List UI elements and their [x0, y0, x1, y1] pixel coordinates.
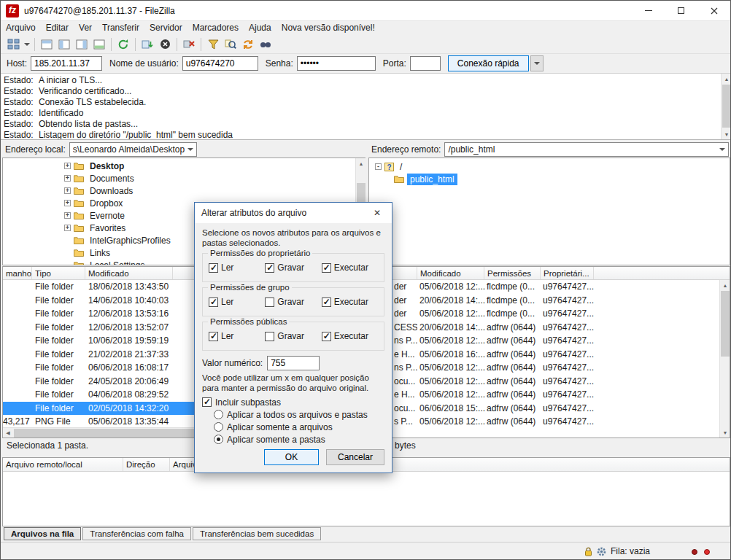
public-read-option[interactable]: Ler — [209, 331, 265, 341]
tree-expander-icon[interactable]: - — [375, 163, 382, 170]
owner-execute-option[interactable]: Executar — [322, 262, 378, 273]
checkbox-icon[interactable] — [209, 332, 218, 341]
file-row[interactable]: ocu... 05/06/2018 12:... adfrw (0644) u9… — [369, 375, 719, 389]
tree-item[interactable]: + Documents — [64, 172, 365, 184]
file-row[interactable]: ns P... 05/06/2018 12:... adfrw (0644) u… — [369, 361, 719, 375]
tree-expander-icon[interactable]: + — [64, 212, 71, 219]
apply-option[interactable]: Aplicar somente a arquivos — [214, 421, 384, 432]
radio-icon[interactable] — [214, 435, 223, 444]
tree-item[interactable]: + Downloads — [64, 184, 365, 197]
queue-tab[interactable]: Transferências bem sucedidas — [193, 527, 321, 540]
public-write-option[interactable]: Gravar — [265, 331, 321, 341]
log-scrollbar[interactable]: ▲ ▼ — [721, 74, 731, 139]
scroll-up-icon[interactable]: ▲ — [356, 158, 366, 168]
close-button[interactable] — [697, 1, 730, 21]
disconnect-button[interactable] — [180, 36, 198, 52]
file-row[interactable]: e H... 05/06/2018 12:... adfrw (0644) u9… — [369, 388, 719, 402]
checkbox-icon[interactable] — [209, 298, 218, 307]
queue-tab[interactable]: Arquivos na fila — [4, 527, 81, 540]
radio-icon[interactable] — [214, 422, 223, 432]
checkbox-icon[interactable] — [265, 332, 274, 341]
tree-expander-icon[interactable]: + — [64, 200, 71, 206]
checkbox-icon[interactable] — [322, 298, 331, 307]
site-manager-dropdown[interactable] — [22, 36, 31, 52]
file-row[interactable]: der 20/06/2018 14:... flcdmpe (0... u976… — [369, 294, 719, 308]
menu-item[interactable]: Ajuda — [244, 21, 276, 35]
column-modified[interactable]: Modificado — [85, 267, 173, 279]
column-size[interactable]: manho — [3, 267, 32, 279]
file-row[interactable]: der 05/06/2018 12:... flcdmpe (0... u976… — [369, 307, 719, 321]
tree-item[interactable]: + Desktop — [64, 160, 365, 172]
dialog-close-button[interactable]: ✕ — [363, 203, 392, 223]
menu-item[interactable]: Arquivo — [1, 21, 41, 35]
apply-option[interactable]: Aplicar somente a pastas — [214, 434, 384, 445]
minimize-button[interactable] — [632, 1, 665, 21]
tls-lock-icon[interactable] — [584, 547, 592, 556]
menu-item[interactable]: Editar — [41, 21, 74, 35]
local-address-combobox[interactable]: s\Leonardo Almeida\Desktop\ — [69, 142, 197, 157]
owner-write-option[interactable]: Gravar — [265, 262, 321, 273]
tree-expander-icon[interactable]: + — [64, 225, 71, 231]
site-manager-button[interactable] — [4, 36, 22, 52]
checkbox-icon[interactable] — [202, 397, 212, 407]
quickconnect-dropdown[interactable] — [530, 55, 544, 71]
process-queue-button[interactable] — [139, 36, 156, 52]
column-local-file[interactable]: Arquivo remoto/local — [3, 458, 123, 471]
scroll-left-icon[interactable]: ◀ — [3, 428, 13, 438]
scroll-down-icon[interactable]: ▼ — [722, 129, 731, 139]
menu-item[interactable]: Marcadores — [187, 21, 244, 35]
column-modified[interactable]: Modificado — [417, 267, 484, 279]
group-write-option[interactable]: Gravar — [265, 297, 321, 307]
chevron-down-icon[interactable] — [185, 148, 196, 151]
toggle-queue-button[interactable] — [90, 36, 108, 52]
tree-item[interactable]: public_html — [375, 173, 730, 185]
menu-item[interactable]: Servidor — [144, 21, 187, 35]
tree-expander-icon[interactable]: + — [64, 163, 71, 169]
host-input[interactable] — [31, 56, 102, 71]
apply-option[interactable]: Aplicar a todos os arquivos e pastas — [214, 409, 384, 420]
tree-expander-icon[interactable]: + — [64, 187, 71, 194]
refresh-button[interactable] — [115, 36, 132, 52]
column-type[interactable]: Tipo — [32, 267, 85, 279]
remote-list-scrollbar[interactable]: ▲ ▼ — [719, 280, 730, 438]
port-input[interactable] — [410, 56, 441, 71]
checkbox-icon[interactable] — [265, 298, 274, 307]
column-permissions[interactable]: Permissões — [484, 267, 541, 279]
password-input[interactable] — [297, 56, 376, 71]
radio-icon[interactable] — [214, 410, 223, 419]
file-row[interactable]: der 05/06/2018 12:... flcdmpe (0... u976… — [369, 280, 719, 294]
quickconnect-button[interactable]: Conexão rápida — [448, 55, 529, 71]
menu-item[interactable]: Ver — [74, 21, 97, 35]
checkbox-icon[interactable] — [322, 332, 331, 341]
checkbox-icon[interactable] — [265, 263, 274, 273]
file-row[interactable]: CESS... 20/06/2018 14:... adfrw (0644) u… — [369, 321, 719, 335]
remote-address-combobox[interactable]: /public_html — [444, 142, 729, 157]
settings-gear-icon[interactable] — [597, 547, 606, 556]
menu-item[interactable]: Nova versão disponível! — [276, 21, 380, 35]
group-read-option[interactable]: Ler — [209, 297, 265, 307]
public-execute-option[interactable]: Executar — [322, 331, 378, 341]
toggle-message-log-button[interactable] — [38, 36, 55, 52]
column-owner[interactable]: Proprietári... — [541, 267, 594, 279]
file-row[interactable]: s P... 05/06/2018 12:... adfrw (0644) u9… — [369, 415, 719, 429]
include-subfolders-option[interactable]: Incluir subpastas — [202, 397, 384, 408]
column-direction[interactable]: Direção — [123, 458, 170, 471]
owner-read-option[interactable]: Ler — [209, 262, 265, 273]
find-files-button[interactable] — [257, 36, 274, 52]
menu-item[interactable]: Transferir — [97, 21, 144, 35]
tree-expander-icon[interactable]: + — [64, 175, 71, 182]
username-input[interactable] — [182, 56, 258, 71]
file-row[interactable]: ocu... 06/06/2018 15:... adfrw (0644) u9… — [369, 402, 719, 416]
group-execute-option[interactable]: Executar — [322, 297, 378, 307]
numeric-value-input[interactable] — [267, 356, 320, 370]
file-row[interactable]: e H... 05/06/2018 16:... adfrw (0644) u9… — [369, 348, 719, 362]
toggle-remote-tree-button[interactable] — [73, 36, 90, 52]
directory-filter-button[interactable] — [204, 36, 222, 52]
cancel-operation-button[interactable] — [156, 36, 174, 52]
chevron-down-icon[interactable] — [716, 148, 728, 151]
file-row[interactable]: ns P... 05/06/2018 12:... adfrw (0644) u… — [369, 334, 719, 348]
cancel-button[interactable]: Cancelar — [326, 449, 384, 465]
ok-button[interactable]: OK — [264, 449, 319, 465]
scroll-down-icon[interactable]: ▼ — [720, 427, 730, 438]
tree-item[interactable]: - ? / — [375, 160, 730, 173]
